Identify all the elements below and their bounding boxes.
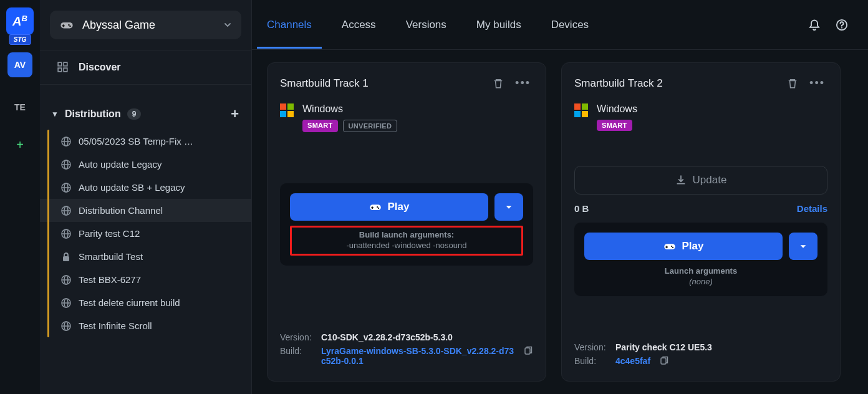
gamepad-icon — [663, 240, 676, 252]
left-rail: AB STG AV TE + — [0, 0, 40, 394]
size-label: 0 B — [574, 203, 589, 214]
channel-item[interactable]: Auto update Legacy — [40, 153, 251, 176]
notifications-button[interactable] — [803, 14, 826, 36]
unverified-badge: UNVERIFIED — [343, 120, 398, 132]
channel-label: Smartbuild Test — [79, 251, 143, 262]
channel-label: 05/05/2023 SB Temp-Fix … — [79, 136, 193, 147]
channel-item[interactable]: 05/05/2023 SB Temp-Fix … — [40, 130, 251, 153]
gamepad-icon — [59, 17, 75, 33]
discover-nav[interactable]: Discover — [40, 50, 251, 85]
discover-label: Discover — [79, 62, 121, 73]
action-bar: Play Build launch arguments: -unattended… — [280, 183, 533, 266]
platform-name: Windows — [302, 103, 397, 115]
version-label: Version: — [280, 332, 316, 342]
launch-args-value: -unattended -windowed -nosound — [304, 241, 509, 250]
caret-down-icon: ▼ — [51, 110, 59, 118]
play-button[interactable]: Play — [290, 193, 488, 221]
play-label: Play — [388, 201, 410, 213]
build-value[interactable]: 4c4e5faf — [615, 356, 650, 366]
app-logo[interactable]: AB STG — [6, 7, 34, 35]
play-dropdown-button[interactable] — [789, 233, 817, 260]
windows-icon — [574, 103, 588, 117]
channel-list: 05/05/2023 SB Temp-Fix …Auto update Lega… — [40, 130, 251, 337]
build-value[interactable]: LyraGame-windows-SB-5.3.0-SDK_v2.28.2-d7… — [321, 346, 514, 366]
tab-versions[interactable]: Versions — [406, 4, 446, 46]
update-label: Update — [693, 174, 727, 186]
track-card-2: Smartbuild Track 2 ••• Windows SMART Upd… — [561, 62, 841, 382]
channel-label: Parity test C12 — [79, 228, 140, 239]
project-selector[interactable]: Abyssal Game — [50, 11, 241, 39]
globe-icon — [61, 321, 71, 331]
channel-label: Distribution Channel — [79, 205, 163, 216]
archive-button[interactable] — [490, 75, 506, 92]
discover-icon — [57, 62, 69, 73]
archive-button[interactable] — [784, 75, 801, 92]
help-button[interactable] — [831, 14, 853, 36]
more-button[interactable]: ••• — [807, 74, 827, 92]
platform-name: Windows — [597, 103, 637, 115]
channel-label: Auto update SB + Legacy — [79, 182, 185, 193]
lock-icon — [61, 252, 71, 262]
tab-channels[interactable]: Channels — [267, 4, 312, 46]
channel-item[interactable]: Test Infinite Scroll — [40, 314, 251, 337]
gamepad-icon — [369, 201, 382, 213]
channel-item[interactable]: Smartbuild Test — [40, 245, 251, 268]
project-name: Abyssal Game — [82, 19, 215, 32]
card-title: Smartbuild Track 2 — [574, 77, 778, 90]
globe-icon — [61, 206, 71, 216]
globe-icon — [61, 298, 71, 308]
add-channel-button[interactable]: + — [231, 106, 239, 122]
sidebar: Abyssal Game Discover ▼ Distribution 9 +… — [40, 0, 252, 394]
workspace-av[interactable]: AV — [7, 52, 32, 77]
globe-icon — [61, 229, 71, 239]
section-count: 9 — [127, 108, 142, 120]
channel-item[interactable]: Parity test C12 — [40, 222, 251, 245]
channel-label: Test delete ciurrent build — [79, 297, 180, 308]
channel-label: Test BBX-6277 — [79, 274, 141, 285]
channel-item[interactable]: Auto update SB + Legacy — [40, 176, 251, 199]
channel-label: Auto update Legacy — [79, 159, 162, 170]
content: Smartbuild Track 1 ••• Windows SMART UNV… — [252, 50, 868, 394]
play-button[interactable]: Play — [584, 233, 783, 260]
version-label: Version: — [574, 342, 610, 352]
build-label: Build: — [280, 346, 316, 356]
topbar: ChannelsAccessVersionsMy buildsDevices — [252, 0, 868, 50]
play-dropdown-button[interactable] — [494, 193, 523, 221]
main: ChannelsAccessVersionsMy buildsDevices S… — [252, 0, 868, 394]
tab-access[interactable]: Access — [342, 4, 376, 46]
globe-icon — [61, 137, 71, 147]
chevron-down-icon — [223, 20, 233, 30]
globe-icon — [61, 275, 71, 285]
smart-badge: SMART — [302, 120, 338, 132]
channel-item[interactable]: Distribution Channel — [40, 199, 251, 222]
caret-down-icon — [799, 242, 808, 251]
build-label: Build: — [574, 356, 610, 366]
version-value: Parity check C12 UE5.3 — [615, 342, 712, 352]
action-bar: Play Launch arguments (none) — [574, 223, 827, 296]
more-button[interactable]: ••• — [513, 74, 533, 92]
globe-icon — [61, 160, 71, 170]
env-badge: STG — [9, 34, 31, 45]
update-button[interactable]: Update — [574, 166, 827, 195]
channel-item[interactable]: Test delete ciurrent build — [40, 291, 251, 314]
caret-down-icon — [504, 203, 513, 211]
tab-devices[interactable]: Devices — [551, 4, 589, 46]
distribution-section-header[interactable]: ▼ Distribution 9 + — [40, 96, 251, 130]
workspace-te[interactable]: TE — [7, 95, 32, 120]
track-card-1: Smartbuild Track 1 ••• Windows SMART UNV… — [267, 62, 546, 382]
globe-icon — [61, 183, 71, 193]
copy-button[interactable] — [523, 346, 533, 356]
details-link[interactable]: Details — [797, 203, 827, 214]
smart-badge: SMART — [597, 120, 632, 131]
add-workspace-button[interactable]: + — [7, 132, 32, 157]
tab-my-builds[interactable]: My builds — [476, 4, 521, 46]
windows-icon — [280, 103, 294, 117]
play-label: Play — [682, 240, 704, 252]
channel-label: Test Infinite Scroll — [79, 320, 152, 331]
tabs: ChannelsAccessVersionsMy buildsDevices — [267, 4, 589, 46]
copy-button[interactable] — [659, 356, 669, 366]
launch-args-highlight: Build launch arguments: -unattended -win… — [290, 226, 523, 256]
section-title: Distribution — [65, 108, 121, 120]
download-icon — [675, 175, 687, 186]
channel-item[interactable]: Test BBX-6277 — [40, 268, 251, 291]
